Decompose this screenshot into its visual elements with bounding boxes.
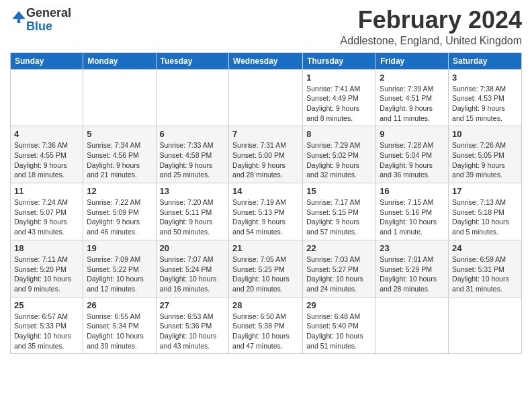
day-info: Sunrise: 7:29 AM Sunset: 5:02 PM Dayligh… [306,140,372,180]
day-number: 11 [14,186,79,196]
calendar-cell: 11Sunrise: 7:24 AM Sunset: 5:07 PM Dayli… [11,183,83,240]
calendar-cell: 20Sunrise: 7:07 AM Sunset: 5:24 PM Dayli… [156,240,229,297]
calendar-table: SundayMondayTuesdayWednesdayThursdayFrid… [10,52,522,355]
day-number: 22 [306,243,372,253]
day-info: Sunrise: 7:20 AM Sunset: 5:11 PM Dayligh… [160,197,226,237]
day-number: 27 [160,300,226,310]
calendar-subtitle: Addlestone, England, United Kingdom [341,35,522,47]
day-info: Sunrise: 7:13 AM Sunset: 5:18 PM Dayligh… [452,197,518,237]
page-header: General Blue February 2024 Addlestone, E… [10,7,522,47]
calendar-cell: 19Sunrise: 7:09 AM Sunset: 5:22 PM Dayli… [83,240,156,297]
calendar-cell: 4Sunrise: 7:36 AM Sunset: 4:55 PM Daylig… [11,126,83,183]
svg-marker-0 [12,11,25,19]
weekday-thursday: Thursday [303,52,376,69]
logo: General Blue [10,7,71,34]
day-info: Sunrise: 7:09 AM Sunset: 5:22 PM Dayligh… [87,255,152,294]
day-number: 20 [160,243,226,253]
calendar-week-5: 25Sunrise: 6:57 AM Sunset: 5:33 PM Dayli… [11,297,522,354]
calendar-cell: 5Sunrise: 7:34 AM Sunset: 4:56 PM Daylig… [83,126,156,183]
day-number: 4 [14,129,79,139]
day-info: Sunrise: 7:11 AM Sunset: 5:20 PM Dayligh… [14,255,79,294]
day-info: Sunrise: 7:03 AM Sunset: 5:27 PM Dayligh… [306,255,372,294]
day-info: Sunrise: 7:36 AM Sunset: 4:55 PM Dayligh… [14,140,79,180]
calendar-week-1: 1Sunrise: 7:41 AM Sunset: 4:49 PM Daylig… [11,69,522,126]
svg-rect-1 [17,19,20,23]
calendar-week-4: 18Sunrise: 7:11 AM Sunset: 5:20 PM Dayli… [11,240,522,297]
day-number: 5 [87,129,152,139]
day-info: Sunrise: 7:17 AM Sunset: 5:15 PM Dayligh… [306,197,372,237]
day-info: Sunrise: 6:55 AM Sunset: 5:34 PM Dayligh… [87,312,152,351]
calendar-cell [449,297,522,354]
calendar-cell: 8Sunrise: 7:29 AM Sunset: 5:02 PM Daylig… [303,126,376,183]
calendar-cell: 13Sunrise: 7:20 AM Sunset: 5:11 PM Dayli… [156,183,229,240]
day-info: Sunrise: 7:07 AM Sunset: 5:24 PM Dayligh… [160,255,226,294]
day-info: Sunrise: 6:57 AM Sunset: 5:33 PM Dayligh… [14,312,79,351]
day-number: 24 [452,243,518,253]
calendar-cell: 6Sunrise: 7:33 AM Sunset: 4:58 PM Daylig… [156,126,229,183]
calendar-cell [83,69,156,126]
weekday-sunday: Sunday [11,52,83,69]
calendar-cell: 17Sunrise: 7:13 AM Sunset: 5:18 PM Dayli… [449,183,522,240]
day-number: 29 [306,300,372,310]
weekday-wednesday: Wednesday [229,52,303,69]
day-info: Sunrise: 7:05 AM Sunset: 5:25 PM Dayligh… [232,255,299,294]
weekday-friday: Friday [376,52,449,69]
calendar-week-3: 11Sunrise: 7:24 AM Sunset: 5:07 PM Dayli… [11,183,522,240]
day-info: Sunrise: 7:22 AM Sunset: 5:09 PM Dayligh… [87,197,152,237]
day-number: 10 [452,129,518,139]
calendar-cell: 28Sunrise: 6:50 AM Sunset: 5:38 PM Dayli… [229,297,303,354]
weekday-monday: Monday [83,52,156,69]
day-number: 2 [380,73,445,83]
calendar-cell: 26Sunrise: 6:55 AM Sunset: 5:34 PM Dayli… [83,297,156,354]
day-info: Sunrise: 7:01 AM Sunset: 5:29 PM Dayligh… [380,255,445,294]
day-number: 18 [14,243,79,253]
day-number: 23 [380,243,445,253]
day-info: Sunrise: 7:39 AM Sunset: 4:51 PM Dayligh… [380,84,445,124]
day-info: Sunrise: 7:41 AM Sunset: 4:49 PM Dayligh… [306,84,372,124]
calendar-cell: 1Sunrise: 7:41 AM Sunset: 4:49 PM Daylig… [303,69,376,126]
calendar-cell [229,69,303,126]
logo-icon [11,10,26,25]
day-info: Sunrise: 6:59 AM Sunset: 5:31 PM Dayligh… [452,255,518,294]
day-number: 9 [380,129,445,139]
calendar-cell: 12Sunrise: 7:22 AM Sunset: 5:09 PM Dayli… [83,183,156,240]
day-number: 25 [14,300,79,310]
calendar-cell: 15Sunrise: 7:17 AM Sunset: 5:15 PM Dayli… [303,183,376,240]
calendar-cell: 24Sunrise: 6:59 AM Sunset: 5:31 PM Dayli… [449,240,522,297]
calendar-cell [11,69,83,126]
calendar-week-2: 4Sunrise: 7:36 AM Sunset: 4:55 PM Daylig… [11,126,522,183]
day-number: 16 [380,186,445,196]
calendar-cell: 16Sunrise: 7:15 AM Sunset: 5:16 PM Dayli… [376,183,449,240]
day-number: 12 [87,186,152,196]
calendar-cell: 3Sunrise: 7:38 AM Sunset: 4:53 PM Daylig… [449,69,522,126]
calendar-cell: 22Sunrise: 7:03 AM Sunset: 5:27 PM Dayli… [303,240,376,297]
calendar-cell: 9Sunrise: 7:28 AM Sunset: 5:04 PM Daylig… [376,126,449,183]
day-info: Sunrise: 7:24 AM Sunset: 5:07 PM Dayligh… [14,197,79,237]
day-info: Sunrise: 7:34 AM Sunset: 4:56 PM Dayligh… [87,140,152,180]
day-info: Sunrise: 7:19 AM Sunset: 5:13 PM Dayligh… [232,197,299,237]
day-number: 17 [452,186,518,196]
weekday-header-row: SundayMondayTuesdayWednesdayThursdayFrid… [11,52,522,69]
weekday-tuesday: Tuesday [156,52,229,69]
calendar-title: February 2024 [341,7,522,34]
calendar-cell: 2Sunrise: 7:39 AM Sunset: 4:51 PM Daylig… [376,69,449,126]
calendar-cell: 14Sunrise: 7:19 AM Sunset: 5:13 PM Dayli… [229,183,303,240]
day-info: Sunrise: 6:48 AM Sunset: 5:40 PM Dayligh… [306,312,372,351]
calendar-cell: 7Sunrise: 7:31 AM Sunset: 5:00 PM Daylig… [229,126,303,183]
day-number: 28 [232,300,299,310]
day-info: Sunrise: 7:28 AM Sunset: 5:04 PM Dayligh… [380,140,445,180]
day-info: Sunrise: 7:33 AM Sunset: 4:58 PM Dayligh… [160,140,226,180]
calendar-cell: 23Sunrise: 7:01 AM Sunset: 5:29 PM Dayli… [376,240,449,297]
day-number: 26 [87,300,152,310]
calendar-body: 1Sunrise: 7:41 AM Sunset: 4:49 PM Daylig… [11,69,522,354]
day-info: Sunrise: 6:53 AM Sunset: 5:36 PM Dayligh… [160,312,226,351]
day-number: 21 [232,243,299,253]
calendar-cell: 27Sunrise: 6:53 AM Sunset: 5:36 PM Dayli… [156,297,229,354]
day-number: 1 [306,73,372,83]
day-number: 8 [306,129,372,139]
weekday-saturday: Saturday [449,52,522,69]
day-number: 6 [160,129,226,139]
day-number: 7 [232,129,299,139]
day-info: Sunrise: 7:15 AM Sunset: 5:16 PM Dayligh… [380,197,445,237]
calendar-cell [156,69,229,126]
